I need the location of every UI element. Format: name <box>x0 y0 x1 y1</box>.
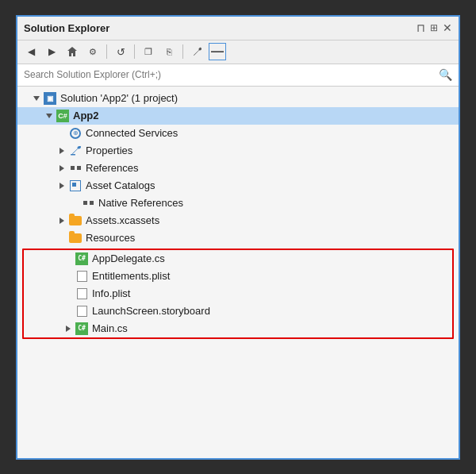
appdelegate-cs-icon: C# <box>75 252 89 265</box>
entitlements-label: Entitlements.plist <box>92 270 170 282</box>
search-input[interactable] <box>24 69 439 80</box>
asset-catalogs-item[interactable]: Asset Catalogs <box>17 177 459 195</box>
project-item[interactable]: C# App2 <box>17 107 459 125</box>
asset-catalogs-icon <box>68 179 83 192</box>
references-triangle-icon <box>60 165 64 171</box>
assets-xcassets-triangle-icon <box>60 218 64 224</box>
back-button[interactable]: ◀ <box>22 43 40 60</box>
references-label: References <box>86 162 138 174</box>
appdelegate-label: AppDelegate.cs <box>92 252 165 264</box>
assets-xcassets-item[interactable]: Assets.xcassets <box>17 212 459 229</box>
connected-services-icon: ⊕ <box>68 127 83 140</box>
references-icon <box>68 162 83 175</box>
search-bar: 🔍 <box>17 64 459 87</box>
project-label: App2 <box>73 110 99 121</box>
project-icon: C# <box>56 110 70 122</box>
asset-catalogs-label: Asset Catalogs <box>86 179 155 191</box>
toolbar-divider-1 <box>106 44 107 59</box>
main-cs-label: Main.cs <box>92 322 128 334</box>
assets-xcassets-label: Assets.xcassets <box>86 214 159 226</box>
properties-item[interactable]: Properties <box>17 142 459 160</box>
asset-catalogs-triangle-icon <box>60 183 64 189</box>
highlighted-files-group: C# AppDelegate.cs Entitlements.plist <box>22 249 454 339</box>
project-expand[interactable] <box>43 110 56 122</box>
native-references-icon <box>81 197 95 210</box>
solution-expand[interactable] <box>30 92 43 105</box>
svg-rect-0 <box>71 154 75 156</box>
asset-catalogs-expand[interactable] <box>56 179 68 192</box>
home-button[interactable] <box>63 43 81 60</box>
launchscreen-icon <box>75 305 89 318</box>
entitlements-item[interactable]: Entitlements.plist <box>24 268 452 285</box>
copy-button[interactable]: ⎘ <box>160 43 178 60</box>
launchscreen-item[interactable]: LaunchScreen.storyboard <box>24 303 452 320</box>
assets-xcassets-icon <box>68 214 83 227</box>
toolbar-divider-3 <box>182 44 183 59</box>
tree-container: ▣ Solution 'App2' (1 project) C# App2 ⊕ <box>17 87 459 458</box>
minus-button[interactable]: — <box>209 43 226 60</box>
native-references-item[interactable]: Native References <box>17 195 459 212</box>
main-cs-item[interactable]: C# Main.cs <box>24 320 452 337</box>
solution-icon: ▣ <box>43 92 57 105</box>
pin-button[interactable]: ⊓ <box>416 21 425 34</box>
project-triangle-icon <box>46 114 52 118</box>
title-bar-controls: ⊓ ⊞ ✕ <box>416 21 452 34</box>
undock-button[interactable]: ⊞ <box>430 22 438 33</box>
main-cs-expand[interactable] <box>62 322 75 335</box>
close-button[interactable]: ✕ <box>443 21 452 34</box>
main-cs-icon: C# <box>75 322 89 335</box>
resources-label: Resources <box>86 232 135 244</box>
triangle-down-icon <box>33 96 40 101</box>
resources-icon <box>68 232 83 245</box>
connected-services-label: Connected Services <box>86 127 178 139</box>
main-cs-triangle-icon <box>66 326 71 332</box>
window-title: Solution Explorer <box>24 22 109 34</box>
assets-xcassets-expand[interactable] <box>56 214 68 227</box>
settings-button[interactable]: ⚙ <box>84 43 102 60</box>
appdelegate-item[interactable]: C# AppDelegate.cs <box>24 250 452 268</box>
references-item[interactable]: References <box>17 160 459 177</box>
entitlements-icon <box>75 270 89 283</box>
resources-item[interactable]: Resources <box>17 229 459 247</box>
solution-label: Solution 'App2' (1 project) <box>60 92 178 104</box>
title-bar-left: Solution Explorer <box>24 22 109 34</box>
properties-expand[interactable] <box>56 145 68 157</box>
forward-button[interactable]: ▶ <box>43 43 60 60</box>
properties-icon <box>68 145 83 157</box>
info-plist-icon <box>75 287 89 300</box>
connected-services-item[interactable]: ⊕ Connected Services <box>17 125 459 142</box>
toolbar-divider-2 <box>134 44 135 59</box>
properties-triangle-icon <box>60 148 64 154</box>
native-references-label: Native References <box>98 197 183 209</box>
pages-button[interactable]: ❐ <box>140 43 157 60</box>
launchscreen-label: LaunchScreen.storyboard <box>92 305 210 317</box>
wrench-button[interactable] <box>188 43 205 60</box>
properties-label: Properties <box>86 145 132 156</box>
toolbar: ◀ ▶ ⚙ ↺ ❐ ⎘ — <box>17 40 459 64</box>
info-plist-item[interactable]: Info.plist <box>24 285 452 303</box>
title-bar: Solution Explorer ⊓ ⊞ ✕ <box>17 17 459 40</box>
solution-item[interactable]: ▣ Solution 'App2' (1 project) <box>17 90 459 107</box>
solution-explorer-window: Solution Explorer ⊓ ⊞ ✕ ◀ ▶ ⚙ ↺ ❐ ⎘ — <box>16 15 460 460</box>
references-expand[interactable] <box>56 162 68 175</box>
info-plist-label: Info.plist <box>92 287 130 299</box>
refresh-button[interactable]: ↺ <box>112 43 129 60</box>
search-icon: 🔍 <box>439 68 452 81</box>
